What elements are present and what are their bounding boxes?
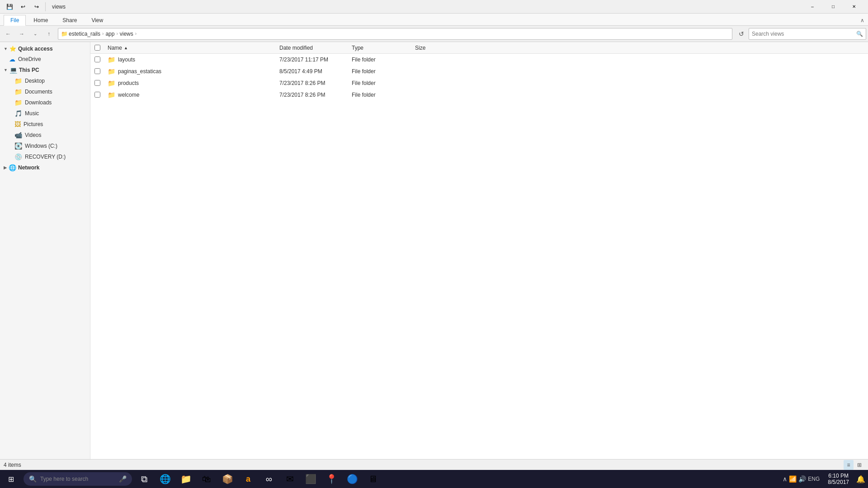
row-checkbox[interactable] — [90, 92, 104, 98]
details-view-btn[interactable]: ≡ — [844, 460, 854, 470]
taskbar-maps[interactable]: 📍 — [321, 470, 342, 488]
tab-home[interactable]: Home — [27, 15, 55, 25]
sidebar-item-recovery-d[interactable]: 💿 RECOVERY (D:) — [0, 151, 90, 162]
sidebar-videos-label: Videos — [25, 132, 41, 138]
taskbar-clock[interactable]: 6:10 PM 8/5/2017 — [823, 470, 854, 488]
taskbar-amazon[interactable]: a — [238, 470, 259, 488]
col-header-size[interactable]: Size — [411, 42, 457, 53]
sidebar-network-header[interactable]: ▶ 🌐 Network — [0, 162, 90, 173]
tab-file[interactable]: File — [4, 15, 26, 26]
row-checkbox[interactable] — [90, 56, 104, 62]
taskbar-infinity[interactable]: ∞ — [259, 470, 279, 488]
sidebar-item-windows-c[interactable]: 💽 Windows (C:) — [0, 141, 90, 151]
sidebar-music-label: Music — [25, 110, 39, 117]
sidebar-item-pictures[interactable]: 🖼 Pictures — [0, 119, 90, 130]
row-checkbox-input-1[interactable] — [94, 68, 100, 74]
qa-undo-btn[interactable]: ↩ — [17, 1, 29, 13]
taskbar-app10[interactable]: 🖥 — [363, 470, 383, 488]
row-checkbox[interactable] — [90, 80, 104, 86]
clock-date: 8/5/2017 — [828, 479, 849, 485]
sidebar-recovery-d-label: RECOVERY (D:) — [25, 154, 66, 160]
table-row[interactable]: 📁 products 7/23/2017 8:26 PM File folder — [90, 77, 868, 89]
col-header-type[interactable]: Type — [348, 42, 411, 53]
taskbar-chrome[interactable]: 🔵 — [342, 470, 363, 488]
sidebar-windows-c-label: Windows (C:) — [25, 143, 57, 149]
system-tray: ∧ 📶 🔊 ENG — [779, 475, 823, 483]
tray-language[interactable]: ENG — [808, 476, 820, 482]
taskbar-file-explorer[interactable]: 📁 — [175, 470, 196, 488]
title-bar-controls: – □ ✕ — [802, 0, 864, 14]
taskbar-edge[interactable]: 🌐 — [155, 470, 175, 488]
tray-volume[interactable]: 🔊 — [798, 475, 806, 483]
refresh-button[interactable]: ↺ — [735, 28, 748, 40]
nav-bar: ← → ⌄ ↑ 📁 estetica_rails › app › views ›… — [0, 26, 868, 42]
select-all-checkbox[interactable] — [94, 45, 100, 51]
windows-c-icon: 💽 — [14, 142, 22, 150]
large-icons-view-btn[interactable]: ⊞ — [854, 460, 864, 470]
sidebar-documents-label: Documents — [25, 89, 52, 95]
sidebar-item-documents[interactable]: 📁 Documents — [0, 86, 90, 97]
forward-button[interactable]: → — [15, 28, 28, 40]
row-checkbox-input-0[interactable] — [94, 56, 100, 62]
taskbar-task-view[interactable]: ⧉ — [134, 470, 155, 488]
taskbar-dropbox[interactable]: 📦 — [217, 470, 238, 488]
search-box[interactable]: 🔍 — [749, 28, 866, 40]
row-checkbox-input-2[interactable] — [94, 80, 100, 86]
tray-network[interactable]: 📶 — [789, 475, 797, 483]
col-header-date[interactable]: Date modified — [276, 42, 348, 53]
address-bar[interactable]: 📁 estetica_rails › app › views › — [58, 28, 732, 40]
file-list-header: Name ▲ Date modified Type Size — [90, 42, 868, 54]
crumb-folder-icon: 📁 — [61, 31, 68, 37]
sidebar-item-videos[interactable]: 📹 Videos — [0, 130, 90, 141]
taskbar-mail[interactable]: ✉ — [279, 470, 300, 488]
recent-locations-button[interactable]: ⌄ — [29, 28, 42, 40]
crumb-app[interactable]: app — [105, 31, 114, 37]
crumb-sep-3: › — [135, 31, 137, 36]
col-header-name[interactable]: Name ▲ — [104, 42, 276, 53]
view-toggle: ≡ ⊞ — [844, 460, 864, 470]
maximize-button[interactable]: □ — [823, 0, 844, 14]
file-type-cell: File folder — [348, 80, 411, 86]
tab-share[interactable]: Share — [56, 15, 84, 25]
close-button[interactable]: ✕ — [844, 0, 864, 14]
sidebar-quick-access-header[interactable]: ▼ ⭐ Quick access — [0, 44, 90, 54]
table-row[interactable]: 📁 layouts 7/23/2017 11:17 PM File folder — [90, 54, 868, 66]
table-row[interactable]: 📁 welcome 7/23/2017 8:26 PM File folder — [90, 89, 868, 101]
sidebar-item-onedrive[interactable]: ☁ OneDrive — [0, 54, 90, 65]
search-input[interactable] — [752, 31, 854, 37]
taskbar-terminal[interactable]: ⬛ — [300, 470, 321, 488]
sidebar-item-desktop[interactable]: 📁 Desktop — [0, 75, 90, 86]
taskbar-store[interactable]: 🛍 — [196, 470, 217, 488]
back-button[interactable]: ← — [2, 28, 14, 40]
start-button[interactable]: ⊞ — [0, 470, 22, 488]
row-checkbox-input-3[interactable] — [94, 92, 100, 98]
ribbon-collapse-btn[interactable]: ∧ — [860, 17, 864, 23]
crumb-estetica-rails[interactable]: estetica_rails — [69, 31, 100, 37]
qa-redo-btn[interactable]: ↪ — [31, 1, 42, 13]
desktop-icon: 📁 — [14, 77, 22, 84]
sidebar-item-downloads[interactable]: 📁 Downloads — [0, 97, 90, 108]
header-checkbox[interactable] — [90, 45, 104, 51]
file-name-cell: 📁 paginas_estaticas — [104, 68, 276, 75]
up-button[interactable]: ↑ — [42, 28, 55, 40]
taskbar-notification[interactable]: 🔔 — [854, 470, 868, 488]
minimize-button[interactable]: – — [802, 0, 823, 14]
thispc-icon: 💻 — [9, 66, 17, 74]
file-folder-icon: 📁 — [108, 56, 115, 63]
quick-access-expand-icon: ▼ — [4, 47, 8, 51]
file-date-cell: 7/23/2017 8:26 PM — [276, 80, 348, 86]
sidebar-thispc-header[interactable]: ▼ 💻 This PC — [0, 65, 90, 75]
sidebar-item-music[interactable]: 🎵 Music — [0, 108, 90, 119]
row-checkbox[interactable] — [90, 68, 104, 74]
tab-view[interactable]: View — [85, 15, 110, 25]
taskbar-search[interactable]: 🔍 Type here to search 🎤 — [24, 472, 132, 486]
window-title: views — [52, 4, 66, 10]
file-list: 📁 layouts 7/23/2017 11:17 PM File folder… — [90, 54, 868, 459]
qa-save-btn[interactable]: 💾 — [4, 1, 15, 13]
table-row[interactable]: 📁 paginas_estaticas 8/5/2017 4:49 PM Fil… — [90, 66, 868, 77]
tray-up-arrow[interactable]: ∧ — [783, 475, 787, 483]
crumb-views[interactable]: views — [120, 31, 133, 37]
ribbon: File Home Share View ∧ — [0, 14, 868, 26]
file-date-cell: 7/23/2017 11:17 PM — [276, 56, 348, 63]
qa-separator — [45, 2, 46, 11]
